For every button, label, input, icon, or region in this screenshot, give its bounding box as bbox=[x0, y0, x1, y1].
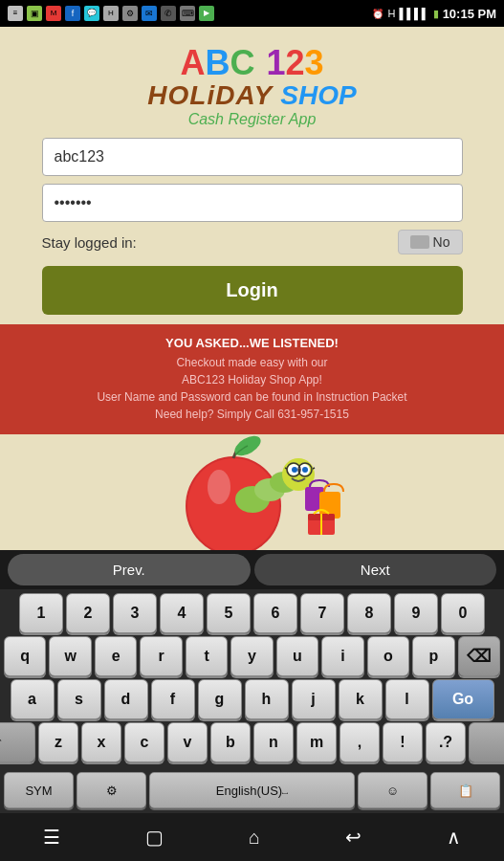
sym-button[interactable]: SYM bbox=[4, 772, 74, 808]
keyboard-rows: 1 2 3 4 5 6 7 8 9 0 q w e r t y u i o p … bbox=[0, 589, 504, 769]
battery-icon: ▮ bbox=[433, 8, 439, 20]
logo-row1: ABC 123 bbox=[147, 46, 356, 80]
toggle-indicator bbox=[410, 235, 429, 249]
language-label: English(US) bbox=[216, 784, 282, 798]
key-9[interactable]: 9 bbox=[394, 593, 438, 633]
emoji-button[interactable]: ☺ bbox=[358, 772, 427, 808]
key-w[interactable]: w bbox=[49, 636, 91, 676]
form-area: Stay logged in: No Login bbox=[42, 138, 463, 324]
phone-icon: ✆ bbox=[161, 6, 176, 21]
key-b[interactable]: b bbox=[210, 722, 251, 762]
mascot-area bbox=[157, 434, 348, 550]
key-y[interactable]: y bbox=[230, 636, 273, 676]
key-a[interactable]: a bbox=[11, 679, 55, 719]
toggle-no-label: No bbox=[433, 234, 450, 250]
key-p[interactable]: p bbox=[412, 636, 454, 676]
emoji-icon: ☺ bbox=[386, 784, 399, 798]
key-g[interactable]: g bbox=[198, 679, 242, 719]
number-row: 1 2 3 4 5 6 7 8 9 0 bbox=[4, 593, 500, 633]
signal-h-icon: H bbox=[387, 8, 395, 19]
banner-line3: User Name and Password can be found in I… bbox=[97, 390, 406, 404]
logo-holiday: HOLiDAY bbox=[147, 80, 273, 111]
key-1[interactable]: 1 bbox=[19, 593, 63, 633]
key-f[interactable]: f bbox=[151, 679, 195, 719]
key-exclaim[interactable]: ! bbox=[383, 722, 423, 762]
settings-keyboard-button[interactable]: ⚙ bbox=[77, 772, 146, 808]
key-v[interactable]: v bbox=[167, 722, 208, 762]
key-2[interactable]: 2 bbox=[66, 593, 110, 633]
go-key[interactable]: Go bbox=[432, 679, 494, 719]
key-0[interactable]: 0 bbox=[441, 593, 485, 633]
keyboard-bottom-row: SYM ⚙ English(US) ⎵ ☺ 📋 bbox=[0, 769, 504, 813]
clipboard-icon: 📋 bbox=[458, 784, 473, 798]
key-3[interactable]: 3 bbox=[113, 593, 157, 633]
banner-line1: Checkout made easy with our bbox=[176, 356, 327, 369]
svg-line-16 bbox=[313, 468, 315, 469]
main-content: ABC 123 HOLiDAY SHOP Cash Register App S… bbox=[0, 27, 504, 550]
stay-logged-label: Stay logged in: bbox=[42, 234, 137, 251]
asdf-row: a s d f g h j k l Go bbox=[4, 679, 500, 719]
shift-right-key[interactable]: ⇧ bbox=[469, 722, 504, 762]
key-6[interactable]: 6 bbox=[253, 593, 297, 633]
password-input[interactable] bbox=[42, 184, 463, 222]
key-comma[interactable]: , bbox=[340, 722, 380, 762]
key-n[interactable]: n bbox=[253, 722, 294, 762]
key-period[interactable]: .? bbox=[426, 722, 466, 762]
spacebar-symbol: ⎵ bbox=[282, 785, 288, 796]
banner-line2: ABC123 Holiday Shop App! bbox=[182, 373, 322, 386]
key-q[interactable]: q bbox=[4, 636, 46, 676]
signal-bars: ▌▌▌▌ bbox=[399, 8, 428, 19]
key-k[interactable]: k bbox=[339, 679, 383, 719]
menu-nav-icon[interactable]: ☰ bbox=[43, 826, 60, 849]
key-r[interactable]: r bbox=[140, 636, 182, 676]
clipboard-button[interactable]: 📋 bbox=[430, 772, 500, 808]
key-t[interactable]: t bbox=[186, 636, 228, 676]
logo-holiday-shop: HOLiDAY SHOP bbox=[147, 80, 356, 111]
chat-icon: 💬 bbox=[84, 6, 99, 21]
key-o[interactable]: o bbox=[367, 636, 409, 676]
key-s[interactable]: s bbox=[57, 679, 101, 719]
shift-key[interactable]: ⇧ bbox=[0, 722, 35, 762]
banner-line4: Need help? Simply Call 631-957-1515 bbox=[155, 408, 349, 421]
key-z[interactable]: z bbox=[38, 722, 78, 762]
login-button[interactable]: Login bbox=[42, 266, 463, 315]
app-icon: ▶ bbox=[199, 6, 214, 21]
key-j[interactable]: j bbox=[292, 679, 336, 719]
recent-apps-icon[interactable]: ▢ bbox=[145, 826, 164, 849]
logo-abc: ABC bbox=[180, 46, 254, 80]
key-e[interactable]: e bbox=[95, 636, 137, 676]
key-u[interactable]: u bbox=[276, 636, 318, 676]
mascot-image bbox=[157, 434, 348, 550]
next-button[interactable]: Next bbox=[254, 554, 497, 585]
logo-numbers: 123 bbox=[266, 46, 323, 80]
back-nav-icon[interactable]: ↩ bbox=[345, 826, 362, 849]
prev-button[interactable]: Prev. bbox=[8, 554, 251, 585]
svg-point-11 bbox=[302, 467, 308, 473]
banner-body: Checkout made easy with our ABC123 Holid… bbox=[19, 354, 485, 423]
stay-logged-row: Stay logged in: No bbox=[42, 230, 463, 254]
facebook-icon: f bbox=[65, 6, 80, 21]
home-nav-icon[interactable]: ⌂ bbox=[249, 827, 260, 849]
key-l[interactable]: l bbox=[385, 679, 429, 719]
up-nav-icon[interactable]: ∧ bbox=[447, 826, 461, 849]
key-8[interactable]: 8 bbox=[347, 593, 391, 633]
username-input[interactable] bbox=[42, 138, 463, 176]
key-c[interactable]: c bbox=[124, 722, 164, 762]
status-icons-left: ≡ ▣ M f 💬 H ⚙ ✉ ✆ ⌨ ▶ bbox=[8, 6, 214, 21]
stay-logged-toggle[interactable]: No bbox=[398, 230, 463, 254]
key-m[interactable]: m bbox=[296, 722, 337, 762]
key-d[interactable]: d bbox=[104, 679, 148, 719]
key-i[interactable]: i bbox=[321, 636, 363, 676]
key-x[interactable]: x bbox=[81, 722, 121, 762]
backspace-key[interactable]: ⌫ bbox=[458, 636, 500, 676]
logo-subtitle: Cash Register App bbox=[147, 111, 356, 128]
logo-area: ABC 123 HOLiDAY SHOP Cash Register App bbox=[138, 27, 365, 138]
key-5[interactable]: 5 bbox=[207, 593, 251, 633]
status-time: 10:15 PM bbox=[443, 7, 496, 21]
language-button[interactable]: English(US) ⎵ bbox=[149, 772, 355, 808]
key-7[interactable]: 7 bbox=[300, 593, 344, 633]
keyboard-icon: ⌨ bbox=[180, 6, 195, 21]
svg-point-10 bbox=[292, 467, 297, 473]
key-h[interactable]: h bbox=[245, 679, 289, 719]
key-4[interactable]: 4 bbox=[160, 593, 204, 633]
